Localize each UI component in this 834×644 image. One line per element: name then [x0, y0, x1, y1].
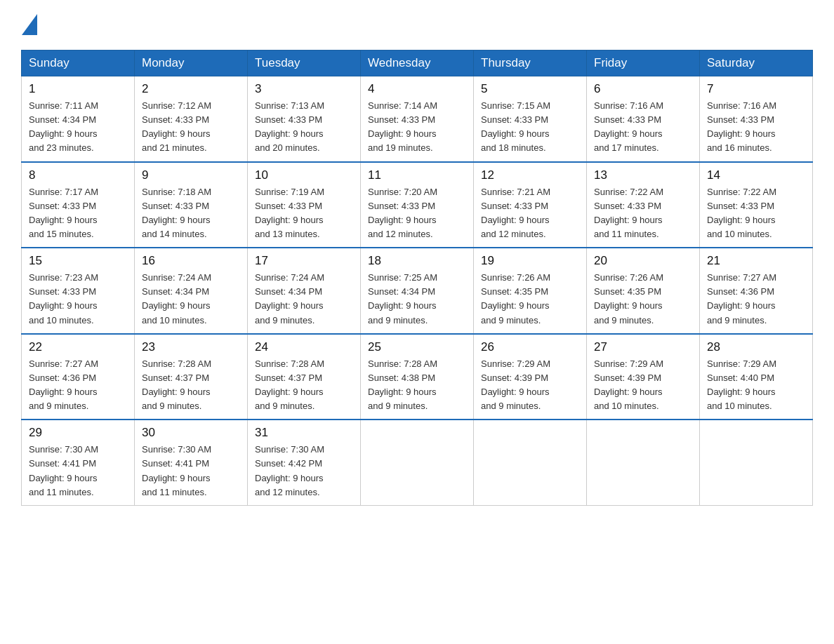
calendar-cell: 26 Sunrise: 7:29 AMSunset: 4:39 PMDaylig…	[474, 334, 587, 420]
calendar-cell: 20 Sunrise: 7:26 AMSunset: 4:35 PMDaylig…	[587, 248, 700, 334]
calendar-cell: 12 Sunrise: 7:21 AMSunset: 4:33 PMDaylig…	[474, 162, 587, 248]
calendar-cell	[700, 420, 813, 505]
calendar-cell: 25 Sunrise: 7:28 AMSunset: 4:38 PMDaylig…	[361, 334, 474, 420]
day-info: Sunrise: 7:20 AMSunset: 4:33 PMDaylight:…	[368, 185, 466, 242]
calendar-cell: 9 Sunrise: 7:18 AMSunset: 4:33 PMDayligh…	[135, 162, 248, 248]
day-info: Sunrise: 7:12 AMSunset: 4:33 PMDaylight:…	[142, 99, 240, 156]
calendar-cell: 11 Sunrise: 7:20 AMSunset: 4:33 PMDaylig…	[361, 162, 474, 248]
day-number: 10	[255, 168, 353, 182]
day-info: Sunrise: 7:29 AMSunset: 4:39 PMDaylight:…	[594, 357, 692, 414]
day-info: Sunrise: 7:13 AMSunset: 4:33 PMDaylight:…	[255, 99, 353, 156]
weekday-header-monday: Monday	[135, 51, 248, 76]
day-info: Sunrise: 7:16 AMSunset: 4:33 PMDaylight:…	[707, 99, 805, 156]
day-number: 5	[481, 82, 579, 96]
day-info: Sunrise: 7:19 AMSunset: 4:33 PMDaylight:…	[255, 185, 353, 242]
calendar-week-row: 29 Sunrise: 7:30 AMSunset: 4:41 PMDaylig…	[22, 420, 813, 505]
weekday-header-tuesday: Tuesday	[248, 51, 361, 76]
calendar-week-row: 22 Sunrise: 7:27 AMSunset: 4:36 PMDaylig…	[22, 334, 813, 420]
day-number: 25	[368, 340, 466, 354]
day-number: 23	[142, 340, 240, 354]
day-info: Sunrise: 7:24 AMSunset: 4:34 PMDaylight:…	[255, 271, 353, 328]
day-number: 28	[707, 340, 805, 354]
day-number: 27	[594, 340, 692, 354]
calendar-cell	[361, 420, 474, 505]
day-number: 24	[255, 340, 353, 354]
day-info: Sunrise: 7:18 AMSunset: 4:33 PMDaylight:…	[142, 185, 240, 242]
calendar-cell: 13 Sunrise: 7:22 AMSunset: 4:33 PMDaylig…	[587, 162, 700, 248]
calendar-cell: 3 Sunrise: 7:13 AMSunset: 4:33 PMDayligh…	[248, 76, 361, 162]
day-info: Sunrise: 7:17 AMSunset: 4:33 PMDaylight:…	[29, 185, 127, 242]
day-number: 8	[29, 168, 127, 182]
day-info: Sunrise: 7:22 AMSunset: 4:33 PMDaylight:…	[594, 185, 692, 242]
calendar-cell	[587, 420, 700, 505]
calendar-header-row: SundayMondayTuesdayWednesdayThursdayFrid…	[22, 51, 813, 76]
calendar-cell: 14 Sunrise: 7:22 AMSunset: 4:33 PMDaylig…	[700, 162, 813, 248]
day-number: 30	[142, 426, 240, 440]
calendar-cell: 17 Sunrise: 7:24 AMSunset: 4:34 PMDaylig…	[248, 248, 361, 334]
weekday-header-friday: Friday	[587, 51, 700, 76]
calendar-cell: 21 Sunrise: 7:27 AMSunset: 4:36 PMDaylig…	[700, 248, 813, 334]
day-number: 18	[368, 254, 466, 268]
calendar-cell	[474, 420, 587, 505]
day-info: Sunrise: 7:27 AMSunset: 4:36 PMDaylight:…	[29, 357, 127, 414]
logo-flag-icon	[22, 14, 37, 35]
day-number: 16	[142, 254, 240, 268]
day-number: 31	[255, 426, 353, 440]
day-info: Sunrise: 7:21 AMSunset: 4:33 PMDaylight:…	[481, 185, 579, 242]
weekday-header-saturday: Saturday	[700, 51, 813, 76]
day-info: Sunrise: 7:24 AMSunset: 4:34 PMDaylight:…	[142, 271, 240, 328]
calendar-cell: 7 Sunrise: 7:16 AMSunset: 4:33 PMDayligh…	[700, 76, 813, 162]
day-info: Sunrise: 7:30 AMSunset: 4:41 PMDaylight:…	[29, 443, 127, 499]
weekday-header-sunday: Sunday	[22, 51, 135, 76]
day-number: 19	[481, 254, 579, 268]
calendar-table: SundayMondayTuesdayWednesdayThursdayFrid…	[21, 50, 813, 506]
svg-marker-0	[22, 14, 37, 35]
weekday-header-wednesday: Wednesday	[361, 51, 474, 76]
day-info: Sunrise: 7:30 AMSunset: 4:41 PMDaylight:…	[142, 443, 240, 499]
calendar-cell: 30 Sunrise: 7:30 AMSunset: 4:41 PMDaylig…	[135, 420, 248, 505]
day-info: Sunrise: 7:26 AMSunset: 4:35 PMDaylight:…	[594, 271, 692, 328]
day-number: 6	[594, 82, 692, 96]
calendar-cell: 22 Sunrise: 7:27 AMSunset: 4:36 PMDaylig…	[22, 334, 135, 420]
calendar-week-row: 1 Sunrise: 7:11 AMSunset: 4:34 PMDayligh…	[22, 76, 813, 162]
day-info: Sunrise: 7:27 AMSunset: 4:36 PMDaylight:…	[707, 271, 805, 328]
calendar-cell: 18 Sunrise: 7:25 AMSunset: 4:34 PMDaylig…	[361, 248, 474, 334]
day-number: 12	[481, 168, 579, 182]
day-info: Sunrise: 7:26 AMSunset: 4:35 PMDaylight:…	[481, 271, 579, 328]
day-number: 9	[142, 168, 240, 182]
calendar-cell: 31 Sunrise: 7:30 AMSunset: 4:42 PMDaylig…	[248, 420, 361, 505]
day-info: Sunrise: 7:28 AMSunset: 4:38 PMDaylight:…	[368, 357, 466, 414]
day-number: 4	[368, 82, 466, 96]
day-info: Sunrise: 7:28 AMSunset: 4:37 PMDaylight:…	[142, 357, 240, 414]
day-number: 29	[29, 426, 127, 440]
day-number: 22	[29, 340, 127, 354]
calendar-cell: 28 Sunrise: 7:29 AMSunset: 4:40 PMDaylig…	[700, 334, 813, 420]
day-number: 13	[594, 168, 692, 182]
day-number: 20	[594, 254, 692, 268]
day-info: Sunrise: 7:29 AMSunset: 4:39 PMDaylight:…	[481, 357, 579, 414]
day-info: Sunrise: 7:25 AMSunset: 4:34 PMDaylight:…	[368, 271, 466, 328]
day-number: 3	[255, 82, 353, 96]
calendar-cell: 1 Sunrise: 7:11 AMSunset: 4:34 PMDayligh…	[22, 76, 135, 162]
calendar-cell: 8 Sunrise: 7:17 AMSunset: 4:33 PMDayligh…	[22, 162, 135, 248]
calendar-week-row: 8 Sunrise: 7:17 AMSunset: 4:33 PMDayligh…	[22, 162, 813, 248]
day-info: Sunrise: 7:30 AMSunset: 4:42 PMDaylight:…	[255, 443, 353, 499]
day-number: 21	[707, 254, 805, 268]
calendar-week-row: 15 Sunrise: 7:23 AMSunset: 4:33 PMDaylig…	[22, 248, 813, 334]
calendar-cell: 19 Sunrise: 7:26 AMSunset: 4:35 PMDaylig…	[474, 248, 587, 334]
calendar-cell: 6 Sunrise: 7:16 AMSunset: 4:33 PMDayligh…	[587, 76, 700, 162]
page-header	[21, 14, 813, 36]
day-number: 14	[707, 168, 805, 182]
day-info: Sunrise: 7:15 AMSunset: 4:33 PMDaylight:…	[481, 99, 579, 156]
calendar-cell: 23 Sunrise: 7:28 AMSunset: 4:37 PMDaylig…	[135, 334, 248, 420]
day-info: Sunrise: 7:16 AMSunset: 4:33 PMDaylight:…	[594, 99, 692, 156]
day-info: Sunrise: 7:29 AMSunset: 4:40 PMDaylight:…	[707, 357, 805, 414]
calendar-cell: 16 Sunrise: 7:24 AMSunset: 4:34 PMDaylig…	[135, 248, 248, 334]
day-info: Sunrise: 7:11 AMSunset: 4:34 PMDaylight:…	[29, 99, 127, 156]
calendar-cell: 29 Sunrise: 7:30 AMSunset: 4:41 PMDaylig…	[22, 420, 135, 505]
day-number: 26	[481, 340, 579, 354]
calendar-cell: 15 Sunrise: 7:23 AMSunset: 4:33 PMDaylig…	[22, 248, 135, 334]
calendar-cell: 5 Sunrise: 7:15 AMSunset: 4:33 PMDayligh…	[474, 76, 587, 162]
calendar-cell: 27 Sunrise: 7:29 AMSunset: 4:39 PMDaylig…	[587, 334, 700, 420]
calendar-cell: 10 Sunrise: 7:19 AMSunset: 4:33 PMDaylig…	[248, 162, 361, 248]
